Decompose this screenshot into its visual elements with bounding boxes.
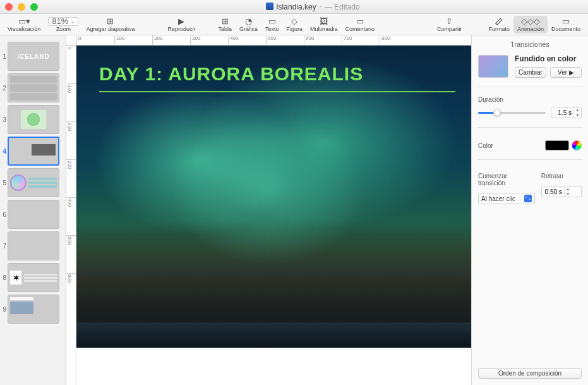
slide-thumbnail[interactable]: 1ICELAND [8, 42, 63, 71]
shape-button[interactable]: ◇ Figura [283, 16, 307, 34]
close-window-button[interactable] [5, 3, 13, 11]
media-icon: 🖼 [320, 17, 328, 26]
divider [477, 159, 583, 160]
document-filename: Islandia.key [276, 3, 316, 11]
slide-viewport[interactable]: DAY 1: AURORA BOREALIS [76, 46, 471, 385]
document-icon: ▭ [562, 17, 570, 26]
build-order-button[interactable]: Orden de composición [478, 368, 582, 379]
table-icon: ⊞ [222, 17, 229, 26]
start-transition-select[interactable]: Al hacer clic ⌃⌄ [478, 193, 535, 204]
table-button[interactable]: ⊞ Tabla [214, 16, 236, 34]
delay-stepper[interactable]: ▲▼ [541, 186, 582, 197]
divider [477, 87, 583, 87]
stepper-down-icon[interactable]: ▼ [565, 192, 572, 197]
media-button[interactable]: 🖼 Multimedia [306, 16, 342, 34]
view-button[interactable]: ▭▾ Visualización [4, 16, 44, 34]
duration-stepper[interactable]: ▲▼ [551, 107, 582, 118]
text-icon: ▭ [268, 17, 276, 26]
change-transition-button[interactable]: Cambiar [515, 67, 546, 78]
text-button[interactable]: ▭ Texto [261, 16, 283, 34]
preview-transition-button[interactable]: Ver ▶ [550, 67, 582, 78]
play-icon: ▶ [178, 17, 184, 26]
slide-thumbnail[interactable]: 8✶ [8, 263, 63, 292]
zoom-value-box[interactable]: 81%⌄ [48, 17, 78, 26]
play-button[interactable]: ▶ Reproducir [164, 16, 199, 34]
transition-effect-name: Fundido en color [515, 54, 582, 63]
stepper-up-icon[interactable]: ▲ [565, 186, 572, 192]
color-swatch-button[interactable] [545, 140, 569, 150]
stepper-up-icon[interactable]: ▲ [574, 107, 581, 113]
color-picker-icon[interactable] [572, 140, 582, 150]
view-icon: ▭▾ [18, 17, 30, 26]
slide-thumbnail[interactable]: 5 [8, 168, 63, 197]
comment-icon: ▭ [356, 17, 364, 26]
delay-label: Retraso [541, 173, 582, 180]
transition-preview-swatch[interactable] [478, 55, 508, 78]
divider [477, 127, 583, 128]
shape-icon: ◇ [291, 17, 297, 26]
window-titlebar: Islandia.key ⌵ — Editado [0, 0, 588, 14]
start-transition-label: Comenzar transición [478, 173, 535, 186]
duration-input[interactable] [551, 108, 573, 118]
vertical-ruler: 0100200300400500600 [66, 46, 76, 385]
share-icon: ⇧ [446, 17, 453, 26]
animate-button[interactable]: ◇◇◇ Animación [513, 16, 548, 34]
slide-canvas-area: 0100200300400500600700800 01002003004005… [66, 35, 471, 385]
slide-thumbnail-selected[interactable]: 4 [8, 137, 63, 166]
format-icon [495, 17, 503, 26]
slide-title-text[interactable]: DAY 1: AURORA BOREALIS [99, 63, 363, 85]
slide-thumbnail[interactable]: 7 [8, 231, 63, 260]
chart-icon: ◔ [245, 17, 252, 26]
duration-label: Duración [478, 96, 582, 103]
fullscreen-window-button[interactable] [30, 3, 38, 11]
delay-input[interactable] [542, 187, 564, 197]
slide-content[interactable]: DAY 1: AURORA BOREALIS [76, 46, 471, 348]
chevron-down-icon[interactable]: ⌵ [319, 3, 322, 11]
document-button[interactable]: ▭ Documento [548, 16, 584, 34]
comment-button[interactable]: ▭ Comentario [342, 16, 379, 34]
animate-icon: ◇◇◇ [521, 17, 540, 26]
format-button[interactable]: Formato [484, 16, 513, 34]
document-icon [266, 3, 273, 10]
slide-thumbnail[interactable]: 6 [8, 200, 63, 229]
window-title: Islandia.key ⌵ — Editado [43, 3, 583, 11]
minimize-window-button[interactable] [18, 3, 25, 11]
stepper-down-icon[interactable]: ▼ [574, 113, 581, 118]
share-button[interactable]: ⇧ Compartir [433, 16, 466, 34]
chevron-up-down-icon: ⌃⌄ [524, 195, 532, 202]
duration-slider[interactable] [478, 112, 546, 114]
zoom-button[interactable]: 81%⌄ Zoom [44, 16, 82, 34]
slide-divider-line[interactable] [99, 91, 455, 92]
slide-navigator[interactable]: 1ICELAND 2 3 4 5 6 7 8✶ 9 [0, 35, 66, 385]
slide-thumbnail[interactable]: 2 [8, 73, 63, 102]
inspector-tab-title: Transiciones [478, 35, 582, 54]
document-status: — Editado [325, 3, 360, 11]
add-slide-button[interactable]: ⊞ Agregar diapositiva [82, 16, 138, 34]
color-label: Color [478, 142, 493, 149]
plus-icon: ⊞ [107, 17, 114, 26]
horizontal-ruler: 0100200300400500600700800 [66, 35, 471, 46]
slide-thumbnail[interactable]: 3 [8, 105, 63, 134]
slide-thumbnail[interactable]: 9 [8, 295, 63, 324]
inspector-panel: Transiciones Fundido en color Cambiar Ve… [471, 35, 588, 385]
main-toolbar: ▭▾ Visualización 81%⌄ Zoom ⊞ Agregar dia… [0, 14, 588, 35]
chart-button[interactable]: ◔ Gráfica [236, 16, 261, 34]
